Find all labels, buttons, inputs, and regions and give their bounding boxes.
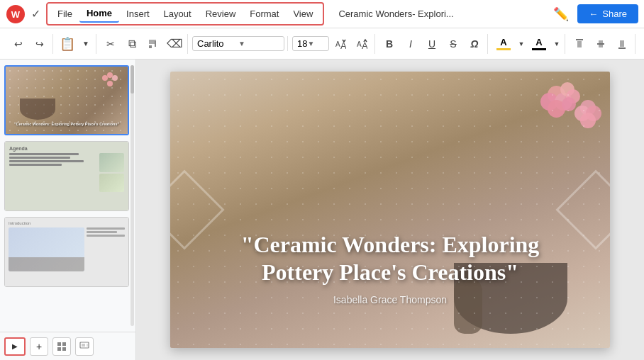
play-button[interactable]: ▶ (4, 337, 26, 356)
list-group: 1.2.3. (637, 34, 644, 54)
slide-subtitle: Isabella Grace Thompson (170, 294, 610, 305)
svg-rect-12 (599, 40, 603, 43)
slide-thumb-1[interactable]: "Ceramic Wonders: Exploring Pottery Plac… (4, 65, 129, 135)
clipboard-group: 📋 ▼ (55, 34, 96, 54)
undo-redo-group: ↩ ↪ (6, 34, 53, 54)
slide-thumb-3[interactable]: Introduction (4, 217, 129, 287)
decrease-font-button[interactable]: AA (352, 34, 372, 54)
menu-view[interactable]: View (286, 6, 320, 22)
undo-button[interactable]: ↩ (9, 34, 28, 54)
vert-align-group (567, 34, 635, 54)
svg-rect-15 (620, 40, 624, 47)
svg-text:A: A (335, 40, 340, 48)
edit-icon[interactable]: ✏️ (553, 6, 569, 22)
copy-button[interactable]: ⧉ (122, 34, 142, 54)
slide-text-content: "Ceramic Wonders: Exploring Pottery Plac… (170, 231, 610, 305)
increase-font-button[interactable]: AA (331, 34, 350, 54)
add-slide-button[interactable]: + (30, 337, 48, 356)
svg-text:A: A (357, 40, 362, 48)
bold-button[interactable]: B (379, 34, 399, 54)
font-name-group: Carlito ▼ (189, 36, 288, 51)
thumb2-label: Agenda (9, 146, 124, 151)
font-size-dropdown[interactable]: 18 ▼ (292, 36, 329, 51)
underline-button[interactable]: U (422, 34, 442, 54)
font-size-group: 18 ▼ AA AA (289, 34, 375, 54)
highlight-color-bar (496, 48, 511, 50)
equation-button[interactable]: Ω (465, 34, 484, 54)
font-name-dropdown[interactable]: Carlito ▼ (192, 36, 284, 51)
text-format-group: B I U S Ω (377, 34, 488, 54)
main-area: "Ceramic Wonders: Exploring Pottery Plac… (0, 60, 644, 360)
strikethrough-button[interactable]: S (443, 34, 463, 54)
font-color-button[interactable]: A (528, 35, 550, 52)
size-dropdown-arrow: ▼ (307, 40, 314, 47)
font-dropdown-arrow: ▼ (238, 40, 279, 47)
svg-rect-57 (62, 347, 66, 351)
menu-format[interactable]: Format (243, 6, 286, 22)
presenter-button[interactable] (75, 337, 94, 356)
scroll-thumb[interactable] (131, 65, 134, 94)
thumb3-label: Introduction (9, 221, 125, 225)
menu-review[interactable]: Review (199, 6, 243, 22)
align-top-button[interactable] (570, 34, 589, 54)
clipboard-button[interactable]: 📋 (57, 34, 77, 54)
svg-text:W: W (11, 9, 21, 20)
toolbar: ↩ ↪ 📋 ▼ ✂ ⧉ ⌫ Carlito ▼ 18 ▼ AA AA (0, 28, 644, 60)
svg-rect-60 (87, 344, 88, 347)
cut-button[interactable]: ✂ (101, 34, 121, 54)
svg-rect-13 (599, 45, 603, 47)
svg-rect-54 (57, 342, 61, 346)
slide-canvas[interactable]: "Ceramic Wonders: Exploring Pottery Plac… (170, 72, 610, 348)
slide-main-title: "Ceramic Wonders: Exploring Pottery Plac… (170, 231, 610, 286)
menu-nav: File Home Insert Layout Review Format Vi… (46, 2, 324, 26)
svg-rect-59 (82, 344, 85, 347)
thumb1-title: "Ceramic Wonders: Exploring Pottery Plac… (6, 122, 128, 127)
svg-text:A: A (340, 40, 346, 50)
app-logo: W (6, 4, 26, 24)
slide-grid-button[interactable] (52, 337, 71, 356)
menu-bar: W ✓ File Home Insert Layout Review Forma… (0, 0, 644, 28)
italic-button[interactable]: I (401, 34, 421, 54)
document-title: Ceramic Wonders- Explori... (327, 9, 550, 19)
paste-dropdown[interactable]: ▼ (79, 34, 93, 54)
menu-layout[interactable]: Layout (157, 6, 199, 22)
menu-insert[interactable]: Insert (119, 6, 157, 22)
scroll-track (131, 65, 134, 326)
svg-rect-55 (62, 342, 66, 346)
menu-file[interactable]: File (50, 6, 79, 22)
slide-controls: ▶ + (0, 332, 135, 360)
bullets-button[interactable] (640, 34, 644, 54)
svg-rect-56 (57, 347, 61, 351)
slide-thumb-2[interactable]: Agenda (4, 141, 129, 211)
checkmark-icon: ✓ (31, 7, 40, 21)
format-painter-button[interactable] (143, 34, 163, 54)
canvas-area: "Ceramic Wonders: Exploring Pottery Plac… (136, 60, 644, 360)
slide-list: "Ceramic Wonders: Exploring Pottery Plac… (0, 60, 135, 332)
highlight-dropdown[interactable]: ▼ (516, 34, 526, 54)
font-color-dropdown[interactable]: ▼ (552, 34, 562, 54)
highlight-color-button[interactable]: A (492, 35, 515, 52)
font-color-bar (532, 48, 546, 50)
color-group: A ▼ A ▼ (489, 34, 565, 54)
align-middle-button[interactable] (591, 34, 611, 54)
redo-button[interactable]: ↪ (30, 34, 50, 54)
slide-panel: "Ceramic Wonders: Exploring Pottery Plac… (0, 60, 136, 360)
svg-rect-4 (155, 41, 156, 47)
clear-format-button[interactable]: ⌫ (165, 34, 184, 54)
svg-rect-2 (149, 45, 152, 48)
align-bottom-button[interactable] (612, 34, 632, 54)
share-button[interactable]: ← Share (577, 4, 638, 23)
svg-rect-10 (577, 41, 582, 47)
menu-home[interactable]: Home (79, 5, 119, 23)
edit-group: ✂ ⧉ ⌫ (98, 34, 188, 54)
